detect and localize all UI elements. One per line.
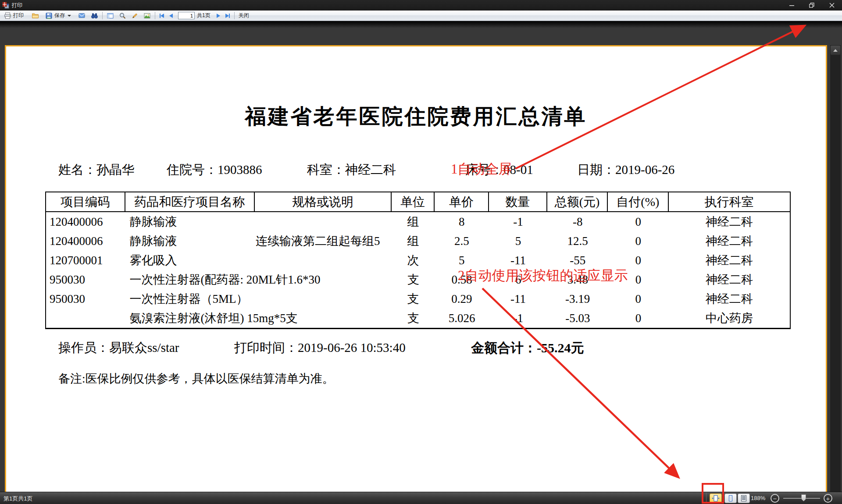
- single-page-view-button[interactable]: [724, 493, 737, 503]
- title-bar: 打印: [0, 0, 842, 11]
- cell-self-pay: 0: [608, 251, 669, 270]
- total-amount-field: 金额合计：-55.24元: [471, 339, 584, 357]
- cell-spec: [255, 270, 392, 289]
- cell-unit: 支: [392, 270, 435, 289]
- close-window-button[interactable]: [822, 0, 842, 11]
- cell-unit: 支: [392, 309, 435, 328]
- table-row: 120400006 静脉输液 连续输液第二组起每组5 组 2.5 5 12.5 …: [46, 231, 790, 251]
- first-page-button[interactable]: [158, 11, 166, 20]
- table-header-row: 项目编码药品和医疗项目名称规格或说明单位单价数量总额(元)自付(%)执行科室: [46, 192, 790, 212]
- remark-text: 备注:医保比例仅供参考，具体以医保结算清单为准。: [58, 371, 334, 387]
- email-button[interactable]: [77, 11, 87, 20]
- zoom-in-button[interactable]: +: [824, 494, 832, 503]
- continuous-view-button[interactable]: [738, 493, 750, 503]
- cell-item-name: 雾化吸入: [125, 251, 255, 270]
- save-dropdown-caret-icon[interactable]: [68, 15, 71, 17]
- fee-table: 项目编码药品和医疗项目名称规格或说明单位单价数量总额(元)自付(%)执行科室 1…: [45, 192, 791, 329]
- zoom-tool-button[interactable]: [118, 11, 128, 20]
- cell-self-pay: 0: [608, 270, 669, 289]
- print-time-field: 打印时间：2019-06-26 10:53:40: [234, 339, 406, 357]
- document-page: 福建省老年医院住院费用汇总清单 姓名：孙晶华 住院号：1903886 科室：神经…: [5, 45, 827, 504]
- cell-spec: [255, 251, 392, 270]
- last-page-icon: [225, 14, 229, 18]
- toolbar: 打印 保存: [0, 11, 842, 21]
- cell-exec-dept: 神经二科: [669, 212, 790, 231]
- cell-item-name: 一次性注射器（5ML）: [125, 289, 255, 309]
- minimize-button[interactable]: [781, 0, 802, 11]
- picture-icon: [143, 12, 151, 19]
- cell-total: 3.48: [548, 270, 608, 289]
- save-button[interactable]: 保存: [44, 11, 72, 20]
- preview-viewport: 福建省老年医院住院费用汇总清单 姓名：孙晶华 住院号：1903886 科室：神经…: [0, 21, 842, 492]
- date-field: 日期：2019-06-26: [577, 161, 674, 179]
- window-title: 打印: [12, 2, 22, 9]
- previous-page-button[interactable]: [168, 11, 175, 20]
- cell-exec-dept: 神经二科: [669, 231, 790, 251]
- zoom-level-label: 188%: [751, 495, 765, 501]
- watermark-button[interactable]: [142, 11, 152, 20]
- cell-quantity: 6: [489, 270, 548, 289]
- cell-exec-dept: 神经二科: [669, 289, 790, 309]
- table-header-cell: 总额(元): [547, 192, 608, 211]
- toolbar-separator: [155, 12, 155, 19]
- cell-quantity: -11: [489, 251, 548, 270]
- status-page-info: 第1页共1页: [4, 495, 32, 503]
- cell-unit-price: 8: [435, 212, 489, 231]
- fit-whole-page-button[interactable]: [710, 493, 722, 503]
- cell-quantity: -1: [489, 309, 548, 328]
- cell-self-pay: 0: [608, 231, 669, 251]
- single-page-icon: [727, 495, 734, 502]
- printer-icon: [4, 12, 11, 19]
- cell-unit-price: 5: [435, 251, 489, 270]
- page-number-input[interactable]: [178, 12, 195, 19]
- cell-self-pay: 0: [608, 289, 669, 309]
- cell-item-code: 120400006: [46, 212, 125, 231]
- cell-unit: 次: [392, 251, 435, 270]
- table-header-cell: 单价: [435, 192, 489, 211]
- cell-unit-price: 0.29: [435, 289, 489, 309]
- table-row: 120400006 静脉输液 组 8 -1 -8 0 神经二科: [46, 212, 790, 231]
- table-row: 950030 一次性注射器（5ML） 支 0.29 -11 -3.19 0 神经…: [46, 289, 790, 309]
- cell-unit-price: 0.58: [435, 270, 489, 289]
- print-button[interactable]: 打印: [3, 11, 25, 20]
- table-header-cell: 项目编码: [46, 192, 125, 211]
- restore-button[interactable]: [802, 0, 822, 11]
- cell-item-code: 120700001: [46, 251, 125, 270]
- admission-number-field: 住院号：1903886: [167, 161, 262, 179]
- edit-button[interactable]: [130, 11, 140, 20]
- cell-total: -8: [547, 212, 608, 231]
- folder-open-icon: [32, 12, 39, 19]
- department-field: 科室：神经二科: [307, 161, 396, 179]
- zoom-out-button[interactable]: −: [771, 494, 779, 503]
- table-header-cell: 数量: [489, 192, 548, 211]
- cell-item-code: 950030: [46, 270, 125, 289]
- cell-exec-dept: 中心药房: [669, 309, 790, 328]
- cell-item-code: 950030: [46, 289, 125, 309]
- save-icon: [45, 12, 53, 19]
- table-row: 950030 一次性注射器(配药器: 20ML针1.6*30 支 0.58 6 …: [46, 270, 790, 289]
- cell-total: -55: [547, 251, 608, 270]
- find-button[interactable]: [89, 11, 100, 20]
- open-button[interactable]: [30, 11, 40, 20]
- scroll-up-button[interactable]: [831, 46, 840, 55]
- table-header-cell: 规格或说明: [255, 192, 392, 211]
- app-icon: [2, 2, 9, 9]
- cell-item-code: 120400006: [46, 231, 125, 251]
- table-header-cell: 执行科室: [669, 192, 790, 211]
- envelope-icon: [78, 12, 86, 19]
- cell-unit: 组: [392, 231, 435, 251]
- table-header-cell: 自付(%): [608, 192, 669, 211]
- close-button-label: 关闭: [239, 12, 249, 19]
- arrow-up-icon: [833, 49, 838, 52]
- close-button[interactable]: 关闭: [237, 11, 250, 20]
- cell-spec: [255, 289, 392, 309]
- cell-item-name: 氨溴索注射液(沐舒坦) 15mg*5支: [125, 309, 255, 328]
- next-page-button[interactable]: [215, 11, 222, 20]
- vertical-scrollbar[interactable]: [830, 45, 841, 504]
- cell-unit: 支: [392, 289, 435, 309]
- last-page-button[interactable]: [224, 11, 232, 20]
- magnifier-icon: [119, 12, 126, 19]
- cell-unit: 组: [392, 212, 435, 231]
- page-setup-button[interactable]: [105, 11, 115, 20]
- cell-quantity: -11: [489, 289, 548, 309]
